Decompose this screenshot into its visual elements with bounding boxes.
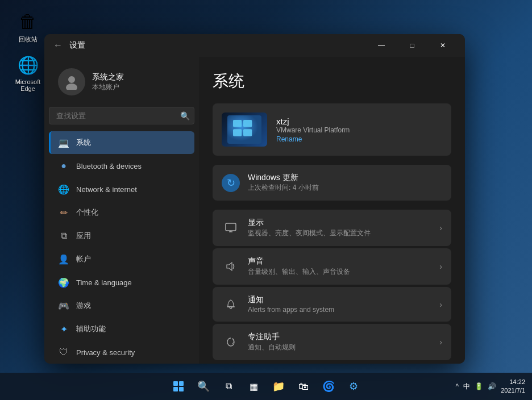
sidebar-item-system[interactable]: 💻 系统 bbox=[49, 131, 194, 154]
sidebar-item-accounts[interactable]: 👤 帐户 bbox=[49, 248, 194, 270]
notifications-subtitle: Alerts from apps and system bbox=[248, 306, 439, 314]
privacy-icon: 🛡 bbox=[58, 347, 69, 358]
settings-item-notifications[interactable]: 通知 Alerts from apps and system › bbox=[213, 287, 451, 322]
taskbar-settings-icon: ⚙ bbox=[349, 380, 358, 393]
taskbar-search-button[interactable]: 🔍 bbox=[192, 375, 215, 398]
taskbar-store-icon: 🛍 bbox=[298, 381, 309, 393]
svg-rect-6 bbox=[243, 129, 252, 136]
system-icon: 💻 bbox=[58, 137, 69, 148]
taskbar-widgets-icon: ▦ bbox=[250, 381, 258, 392]
sound-subtitle: 音量级别、输出、输入、声音设备 bbox=[248, 267, 439, 277]
focus-arrow: › bbox=[439, 338, 442, 347]
user-name: 系统之家 bbox=[92, 72, 124, 82]
focus-icon bbox=[222, 333, 240, 351]
svg-rect-3 bbox=[233, 120, 242, 127]
sidebar-label-system: 系统 bbox=[76, 138, 91, 148]
taskbar-center: 🔍 ⧉ ▦ 📁 🛍 🌀 ⚙ bbox=[167, 375, 365, 398]
time-display: 14:22 bbox=[501, 378, 525, 386]
notifications-title: 通知 bbox=[248, 295, 439, 305]
sidebar-label-privacy: Privacy & security bbox=[76, 348, 135, 357]
taskbar-store-button[interactable]: 🛍 bbox=[292, 375, 315, 398]
search-icon: 🔍 bbox=[180, 111, 190, 120]
tray-volume-icon: 🔊 bbox=[488, 382, 496, 390]
accessibility-icon: ✦ bbox=[58, 323, 69, 335]
svg-point-0 bbox=[68, 76, 75, 83]
sidebar-label-gaming: 游戏 bbox=[76, 301, 91, 311]
sidebar-item-network[interactable]: 🌐 Network & internet bbox=[49, 178, 194, 201]
close-button[interactable]: ✕ bbox=[430, 36, 456, 55]
tray-chevron[interactable]: ^ bbox=[456, 382, 459, 390]
device-card: xtzj VMware Virtual Platform Rename bbox=[213, 103, 451, 156]
user-profile[interactable]: 系统之家 本地账户 bbox=[49, 61, 194, 102]
sidebar-item-apps[interactable]: ⧉ 应用 bbox=[49, 224, 194, 247]
sidebar-label-accounts: 帐户 bbox=[76, 254, 91, 264]
gaming-icon: 🎮 bbox=[58, 300, 69, 311]
sound-icon bbox=[222, 257, 240, 276]
focus-subtitle: 通知、自动规则 bbox=[248, 343, 439, 352]
back-button[interactable]: ← bbox=[53, 40, 63, 51]
window-controls: — □ ✕ bbox=[368, 36, 456, 55]
device-info: xtzj VMware Virtual Platform Rename bbox=[276, 116, 442, 143]
svg-rect-4 bbox=[243, 120, 252, 127]
display-icon bbox=[222, 219, 240, 237]
network-icon: 🌐 bbox=[58, 184, 69, 195]
settings-item-focus[interactable]: 专注助手 通知、自动规则 › bbox=[213, 324, 451, 360]
device-platform: VMware Virtual Platform bbox=[276, 126, 442, 134]
svg-point-1 bbox=[66, 84, 77, 90]
display-title: 显示 bbox=[248, 218, 439, 228]
main-content: 系统 bbox=[199, 57, 465, 364]
sidebar-label-time: Time & language bbox=[76, 278, 132, 287]
settings-item-display[interactable]: 显示 监视器、亮度、夜间模式、显示配置文件 › bbox=[213, 210, 451, 246]
user-type: 本地账户 bbox=[92, 82, 124, 92]
sidebar-label-apps: 应用 bbox=[76, 231, 91, 241]
search-input[interactable] bbox=[49, 107, 194, 124]
notifications-icon bbox=[222, 295, 240, 314]
minimize-button[interactable]: — bbox=[368, 36, 394, 55]
sidebar-item-bluetooth[interactable]: ● Bluetooth & devices bbox=[49, 155, 194, 177]
date-display: 2021/7/1 bbox=[501, 386, 525, 395]
desktop-icon-recycle-bin[interactable]: 🗑 回收站 bbox=[8, 8, 48, 46]
display-text: 显示 监视器、亮度、夜间模式、显示配置文件 bbox=[248, 218, 439, 238]
settings-item-sound[interactable]: 声音 音量级别、输出、输入、声音设备 › bbox=[213, 248, 451, 285]
settings-window: ← 设置 — □ ✕ bbox=[44, 34, 465, 364]
taskbar: 🔍 ⧉ ▦ 📁 🛍 🌀 ⚙ bbox=[0, 373, 532, 400]
taskbar-edge-button[interactable]: 🌀 bbox=[317, 375, 340, 398]
taskbar-clock[interactable]: 14:22 2021/7/1 bbox=[501, 378, 525, 395]
windows-logo bbox=[173, 381, 184, 391]
windows-update-card[interactable]: ↻ Windows 更新 上次检查时间: 4 小时前 bbox=[213, 165, 451, 201]
taskbar-settings-button[interactable]: ⚙ bbox=[342, 375, 365, 398]
update-title: Windows 更新 bbox=[248, 173, 319, 183]
taskbar-task-view-icon: ⧉ bbox=[226, 381, 232, 391]
maximize-button[interactable]: □ bbox=[399, 36, 425, 55]
device-image bbox=[222, 113, 267, 147]
taskbar-search-icon: 🔍 bbox=[197, 380, 210, 393]
sidebar-item-personalization[interactable]: ✏ 个性化 bbox=[49, 201, 194, 224]
sound-title: 声音 bbox=[248, 256, 439, 266]
window-title: 设置 bbox=[69, 40, 368, 51]
focus-title: 专注助手 bbox=[248, 332, 439, 342]
desktop-icon-edge[interactable]: 🌐 Microsoft Edge bbox=[8, 51, 48, 94]
update-subtitle: 上次检查时间: 4 小时前 bbox=[248, 183, 319, 193]
sidebar-item-gaming[interactable]: 🎮 游戏 bbox=[49, 294, 194, 317]
device-name: xtzj bbox=[276, 116, 442, 126]
sidebar-item-accessibility[interactable]: ✦ 辅助功能 bbox=[49, 318, 194, 340]
edge-label: Microsoft Edge bbox=[10, 78, 45, 92]
device-rename-link[interactable]: Rename bbox=[276, 135, 442, 143]
notifications-text: 通知 Alerts from apps and system bbox=[248, 295, 439, 314]
taskbar-edge-icon: 🌀 bbox=[322, 380, 335, 393]
svg-rect-7 bbox=[226, 223, 236, 231]
user-avatar bbox=[58, 68, 85, 95]
taskbar-explorer-button[interactable]: 📁 bbox=[267, 375, 290, 398]
taskbar-task-view-button[interactable]: ⧉ bbox=[217, 375, 240, 398]
start-button[interactable] bbox=[167, 375, 190, 398]
sidebar-item-time[interactable]: 🌍 Time & language bbox=[49, 271, 194, 294]
sidebar-label-bluetooth: Bluetooth & devices bbox=[76, 162, 142, 170]
settings-body: 系统之家 本地账户 🔍 💻 系统 ● bbox=[44, 57, 465, 364]
tray-battery-icon: 🔋 bbox=[475, 382, 483, 390]
taskbar-widgets-button[interactable]: ▦ bbox=[242, 375, 265, 398]
sidebar: 系统之家 本地账户 🔍 💻 系统 ● bbox=[44, 57, 199, 364]
focus-text: 专注助手 通知、自动规则 bbox=[248, 332, 439, 352]
page-title: 系统 bbox=[213, 70, 451, 92]
svg-marker-10 bbox=[227, 262, 232, 270]
sidebar-item-privacy[interactable]: 🛡 Privacy & security bbox=[49, 341, 194, 364]
